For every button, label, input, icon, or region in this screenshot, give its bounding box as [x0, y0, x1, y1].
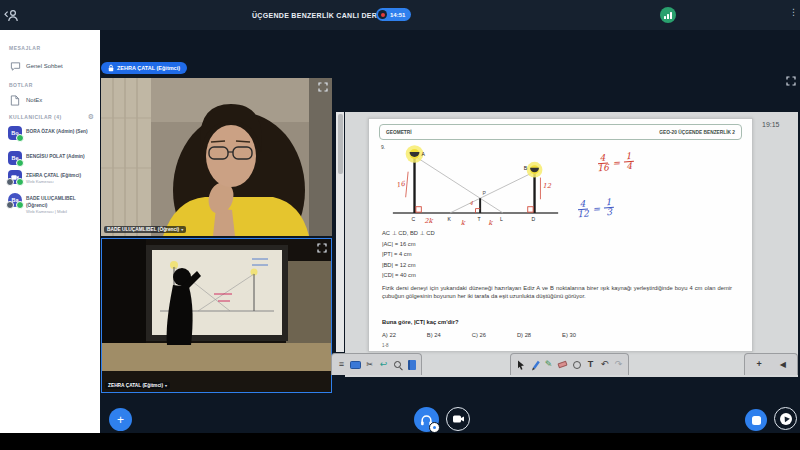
- board-toolbar-center: ✎ T ↶ ↷: [510, 353, 629, 375]
- svg-text:K: K: [447, 216, 451, 222]
- cursor-tool-button[interactable]: [514, 356, 527, 373]
- audio-join-button[interactable]: [414, 407, 439, 432]
- question-paragraph: Fizik dersi deneyi için yukarıdaki düzen…: [382, 285, 732, 301]
- public-chat-item[interactable]: Genel Sohbet: [9, 60, 63, 72]
- user-sub: Web Kamerası | Mobil: [26, 209, 98, 215]
- actions-plus-button[interactable]: +: [109, 408, 132, 431]
- screen-button[interactable]: [349, 356, 362, 373]
- undo-icon: ↶: [601, 360, 609, 369]
- user-row-zehra[interactable]: ZEHRA ÇATAL (Eğitmci) Web Kamerası: [8, 170, 98, 185]
- screenshare-stop-button[interactable]: [745, 409, 767, 431]
- highlighter-tool-button[interactable]: ✎: [542, 356, 555, 373]
- scrollbar-thumb[interactable]: [338, 114, 343, 174]
- connection-status-button[interactable]: [660, 7, 676, 23]
- svg-text:T: T: [477, 216, 480, 222]
- status-badge: [16, 159, 24, 167]
- video-tile-zehra[interactable]: ZEHRA ÇATAL (Eğitmci) ▾: [101, 238, 332, 393]
- collapse-panel-button[interactable]: ◀: [776, 356, 789, 373]
- user-sub: Web Kamerası: [26, 179, 81, 185]
- users-section-label: KULLANICILAR (4): [9, 114, 62, 120]
- slide[interactable]: GEOMETRİ GEO-20 ÜÇGENDE BENZERLİK 2 9. A…: [368, 118, 753, 352]
- hand-raise-icon: [780, 413, 792, 425]
- user-arrow-icon: [4, 9, 18, 22]
- shape-tool-button[interactable]: [570, 356, 583, 373]
- lock-icon: [108, 64, 114, 72]
- svg-text:A: A: [421, 151, 425, 157]
- user-name: ZEHRA ÇATAL (Eğitmci): [26, 170, 81, 179]
- annotation-blue-fraction: 412 = 13: [576, 198, 614, 220]
- chevron-down-icon: ▾: [165, 383, 167, 388]
- options-menu-button[interactable]: ⋮: [789, 7, 798, 17]
- menu-button[interactable]: ≡: [335, 356, 348, 373]
- webcam-share-button[interactable]: [446, 407, 470, 431]
- video2-label-menu[interactable]: ZEHRA ÇATAL (Eğitmci) ▾: [105, 382, 170, 389]
- answer-choice: B) 24: [427, 332, 441, 338]
- library-button[interactable]: [405, 356, 418, 373]
- raise-hand-button[interactable]: [774, 407, 797, 430]
- eraser-icon: [557, 361, 567, 369]
- user-row-bade[interactable]: Ba BADE ULUÇAMLIBEL (Öğrenci) Web Kamera…: [8, 193, 98, 215]
- magnifier-icon: [394, 361, 401, 368]
- video1-fullscreen-icon[interactable]: [318, 82, 328, 92]
- hamburger-icon: ≡: [339, 360, 344, 369]
- text-tool-button[interactable]: T: [584, 356, 597, 373]
- note-icon: [9, 94, 21, 106]
- status-badge: [16, 201, 24, 209]
- bot-notex-label: NotEx: [26, 97, 42, 103]
- redo-button[interactable]: ↷: [612, 356, 625, 373]
- video-tile-bade[interactable]: BADE ULUÇAMLIBEL (Öğrenci) ▾: [101, 78, 332, 236]
- video1-label: BADE ULUÇAMLIBEL (Öğrenci): [107, 227, 179, 232]
- pencil-icon: ✎: [545, 360, 553, 369]
- video1-label-menu[interactable]: BADE ULUÇAMLIBEL (Öğrenci) ▾: [104, 226, 186, 233]
- chevron-down-icon: ▾: [181, 227, 183, 232]
- given-line: AC ⊥ CD, BD ⊥ CD: [382, 228, 435, 239]
- doc-title-right: GEO-20 ÜÇGENDE BENZERLİK 2: [659, 130, 735, 135]
- messages-section-label: MESAJLAR: [9, 45, 41, 51]
- manage-users-gear-icon[interactable]: ⚙: [88, 113, 94, 120]
- user-row-bengisu[interactable]: Be BENGİSU POLAT (Admin): [8, 151, 98, 165]
- sidebar: MESAJLAR Genel Sohbet BOTLAR NotEx KULLA…: [0, 30, 100, 433]
- board-scrollbar[interactable]: [336, 112, 344, 352]
- user-row-bora[interactable]: Bo BORA ÖZAK (Admin) (Sen): [8, 126, 98, 140]
- avatar-bora: Bo: [8, 126, 22, 140]
- given-data: AC ⊥ CD, BD ⊥ CD |AC| = 16 cm |PT| = 4 c…: [382, 228, 435, 281]
- webcam-icon: [452, 414, 465, 424]
- presentation-fullscreen-icon[interactable]: [786, 76, 796, 86]
- monitor-icon: [350, 361, 361, 369]
- bots-section-label: BOTLAR: [9, 82, 33, 88]
- audio-status-badge: [429, 422, 440, 433]
- webcam-video-frame: [101, 78, 332, 236]
- record-icon: [378, 10, 387, 19]
- speaker-name: ZEHRA ÇATAL (Eğitmci): [117, 65, 180, 71]
- recording-indicator[interactable]: 14:51: [376, 8, 411, 21]
- top-bar: ÜÇGENDE BENZERLİK CANLI DERS 2 14:51 ⋮: [0, 0, 800, 30]
- doc-title-left: GEOMETRİ: [386, 130, 412, 135]
- eraser-tool-button[interactable]: [556, 356, 569, 373]
- current-speaker-pill[interactable]: ZEHRA ÇATAL (Eğitmci): [101, 62, 187, 74]
- screen-square-icon: [752, 416, 761, 425]
- zoom-button[interactable]: [391, 356, 404, 373]
- status-badge: [16, 178, 24, 186]
- tools-button[interactable]: ✂: [363, 356, 376, 373]
- zoom-in-button[interactable]: +: [753, 356, 766, 373]
- answer-choice: E) 30: [562, 332, 576, 338]
- page-title: ÜÇGENDE BENZERLİK CANLI DERS 2: [252, 0, 389, 30]
- pen-tool-button[interactable]: [528, 356, 541, 373]
- back-button[interactable]: ↩: [377, 356, 390, 373]
- status-badge: [16, 134, 24, 142]
- svg-text:B: B: [524, 165, 528, 171]
- public-chat-label: Genel Sohbet: [26, 63, 63, 69]
- user-name: BENGİSU POLAT (Admin): [26, 151, 85, 160]
- bot-notex-item[interactable]: NotEx: [9, 94, 42, 106]
- question-figure: A B P C K T L D 16 12 2k k k 4: [385, 142, 567, 226]
- svg-text:2k: 2k: [424, 217, 433, 225]
- board-toolbar-left: ≡ ✂ ↩: [331, 353, 422, 375]
- chat-icon: [9, 60, 21, 72]
- minimize-participants-button[interactable]: [4, 8, 18, 26]
- annotation-red-fraction: 416 = 14: [596, 152, 634, 174]
- board-clock: 19:15: [762, 121, 796, 128]
- video2-fullscreen-icon[interactable]: [317, 243, 327, 253]
- svg-text:P: P: [482, 190, 486, 196]
- undo-button[interactable]: ↶: [598, 356, 611, 373]
- answer-choice: C) 26: [472, 332, 486, 338]
